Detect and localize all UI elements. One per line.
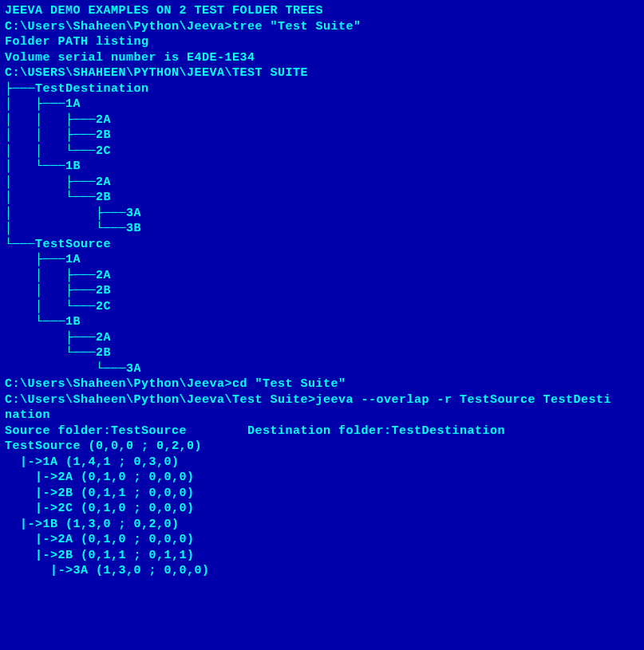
terminal-line: └───3A — [5, 361, 639, 377]
terminal-line: ├───1A — [5, 252, 639, 268]
terminal-line: │ │ ├───2B — [5, 128, 639, 144]
terminal-line: nation — [5, 408, 639, 423]
terminal-line: └───2B — [5, 345, 639, 361]
terminal-line: ├───TestDestination — [5, 81, 639, 97]
terminal-line: │ ├───2A — [5, 268, 639, 284]
terminal-line: │ │ ├───2A — [5, 112, 639, 128]
terminal-line: |->2A (0,1,0 ; 0,0,0) — [5, 470, 639, 486]
terminal-line: |->1A (1,4,1 ; 0,3,0) — [5, 455, 639, 471]
terminal-line: │ ├───2B — [5, 283, 639, 299]
terminal-line: Volume serial number is E4DE-1E34 — [5, 50, 639, 66]
terminal-line: |->2C (0,1,0 ; 0,0,0) — [5, 501, 639, 517]
terminal-line: |->2B (0,1,1 ; 0,0,0) — [5, 486, 639, 502]
terminal-line: │ └───2C — [5, 299, 639, 315]
terminal-line: │ └───3B — [5, 221, 639, 237]
terminal-line: Folder PATH listing — [5, 34, 639, 50]
terminal-line: |->1B (1,3,0 ; 0,2,0) — [5, 517, 639, 533]
terminal-line: ├───2A — [5, 330, 639, 346]
terminal-line: C:\Users\Shaheen\Python\Jeeva>cd "Test S… — [5, 376, 639, 392]
terminal-line: │ ├───3A — [5, 206, 639, 222]
terminal-line: │ └───1B — [5, 159, 639, 175]
terminal-line: C:\Users\Shaheen\Python\Jeeva>tree "Test… — [5, 19, 639, 35]
terminal-line: └───1B — [5, 314, 639, 330]
terminal-line: C:\USERS\SHAHEEN\PYTHON\JEEVA\TEST SUITE — [5, 65, 639, 81]
terminal-line: │ ├───1A — [5, 97, 639, 112]
terminal-line: C:\Users\Shaheen\Python\Jeeva\Test Suite… — [5, 392, 639, 408]
terminal-line: |->2B (0,1,1 ; 0,1,1) — [5, 548, 639, 564]
terminal-line: │ │ └───2C — [5, 144, 639, 160]
terminal-line: │ ├───2A — [5, 175, 639, 191]
terminal-line: JEEVA DEMO EXAMPLES ON 2 TEST FOLDER TRE… — [5, 3, 639, 19]
terminal-line: │ └───2B — [5, 190, 639, 206]
terminal-line: TestSource (0,0,0 ; 0,2,0) — [5, 439, 639, 455]
terminal-window[interactable]: JEEVA DEMO EXAMPLES ON 2 TEST FOLDER TRE… — [5, 3, 639, 647]
terminal-line: |->3A (1,3,0 ; 0,0,0) — [5, 563, 639, 579]
terminal-line: |->2A (0,1,0 ; 0,0,0) — [5, 532, 639, 548]
terminal-line: └───TestSource — [5, 237, 639, 253]
terminal-line: Source folder:TestSource Destination fol… — [5, 423, 639, 439]
